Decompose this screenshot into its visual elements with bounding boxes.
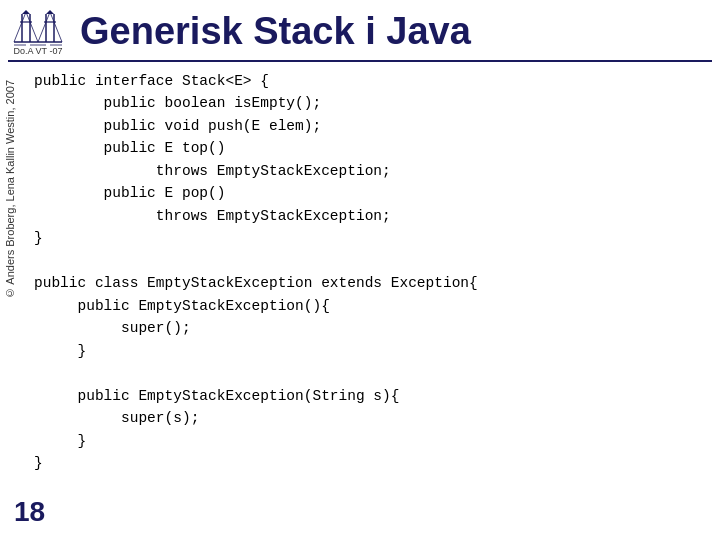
logo-area: Do.A VT -07: [8, 8, 68, 56]
svg-line-12: [50, 12, 62, 42]
svg-line-11: [38, 12, 50, 42]
svg-line-10: [26, 12, 38, 42]
slide-title: Generisk Stack i Java: [80, 11, 471, 53]
code-block-3: public EmptyStackException(String s){ su…: [34, 385, 708, 475]
header: Do.A VT -07 Generisk Stack i Java: [0, 0, 720, 60]
logo-icon: [12, 8, 64, 46]
slide-number: 18: [14, 496, 45, 528]
code-block-2: public class EmptyStackException extends…: [34, 272, 708, 362]
code-area: public interface Stack<E> { public boole…: [26, 62, 720, 534]
code-block-1: public interface Stack<E> { public boole…: [34, 70, 708, 250]
slide: Do.A VT -07 Generisk Stack i Java © Ande…: [0, 0, 720, 540]
copyright-text: © Anders Broberg, Lena Kallin Westin, 20…: [0, 72, 26, 307]
main-content: © Anders Broberg, Lena Kallin Westin, 20…: [0, 62, 720, 534]
logo-label: Do.A VT -07: [14, 46, 63, 56]
svg-line-9: [14, 12, 26, 42]
